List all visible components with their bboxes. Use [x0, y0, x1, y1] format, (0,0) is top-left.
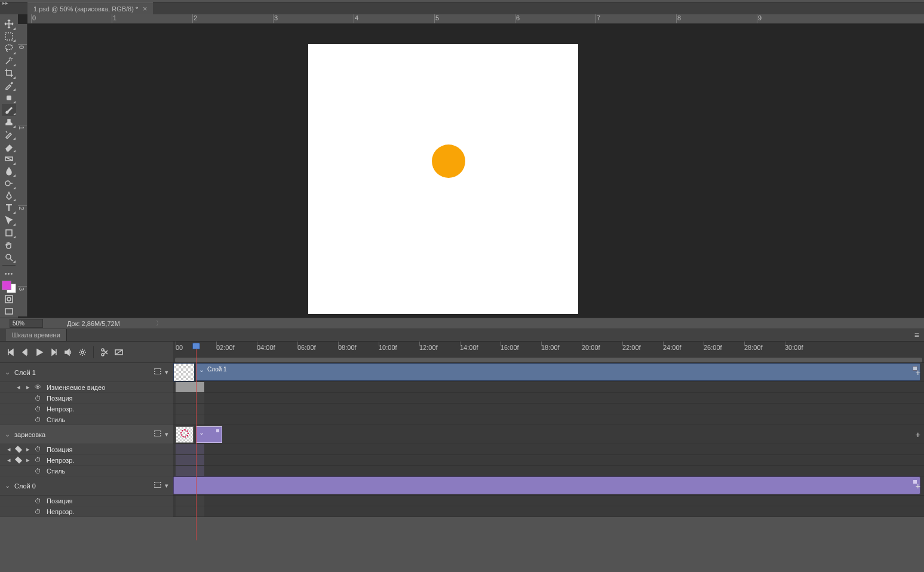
- split-button[interactable]: [99, 346, 110, 358]
- collapse-icon[interactable]: ⌄: [5, 430, 12, 438]
- sublane[interactable]: [173, 393, 924, 404]
- track-menu-icon[interactable]: ▾: [165, 368, 168, 376]
- settings-button[interactable]: [76, 346, 88, 358]
- sublane[interactable]: [173, 506, 924, 517]
- next-key-icon[interactable]: ▸: [25, 456, 31, 464]
- prev-key-icon[interactable]: ◂: [6, 456, 12, 464]
- crop-tool[interactable]: [2, 67, 16, 79]
- screenmode-tool[interactable]: [2, 305, 16, 318]
- clip-end-marker[interactable]: [216, 429, 220, 433]
- track-menu-icon[interactable]: ▾: [165, 430, 168, 438]
- track-menu-icon[interactable]: ▾: [165, 482, 168, 490]
- gradient-tool[interactable]: [2, 153, 16, 165]
- stopwatch-icon[interactable]: ⏱: [35, 497, 41, 505]
- prev-key-icon[interactable]: ◂: [16, 383, 22, 391]
- track-header-sketch[interactable]: ⌄ зарисовка ▾: [0, 425, 173, 444]
- expand-panels-icon[interactable]: ▸▸: [2, 0, 8, 6]
- heal-tool[interactable]: [2, 91, 16, 104]
- playhead-handle[interactable]: [192, 343, 200, 349]
- wand-tool[interactable]: [2, 55, 16, 67]
- collapse-icon[interactable]: ⌄: [5, 482, 12, 490]
- quickmask-tool[interactable]: [2, 293, 16, 306]
- add-key-icon[interactable]: [16, 445, 22, 453]
- canvas-viewport[interactable]: [27, 24, 924, 318]
- clip-thumb: [173, 363, 195, 382]
- color-swatches[interactable]: [2, 281, 16, 293]
- clip-lane-sketch[interactable]: ⌄ +: [173, 425, 924, 444]
- brush-tool[interactable]: [2, 104, 16, 116]
- sublane[interactable]: [173, 496, 924, 506]
- svg-point-1: [5, 45, 13, 50]
- prev-frame-button[interactable]: [19, 346, 31, 358]
- add-clip-button[interactable]: +: [916, 368, 920, 377]
- transition-button[interactable]: [113, 346, 125, 358]
- timeline-lanes[interactable]: 00 02:00f 04:00f 06:00f 08:00f 10:00f 12…: [173, 342, 924, 517]
- add-clip-button[interactable]: +: [916, 430, 920, 439]
- time-ruler[interactable]: 00 02:00f 04:00f 06:00f 08:00f 10:00f 12…: [173, 342, 924, 363]
- zoom-input[interactable]: [10, 319, 43, 328]
- lasso-tool[interactable]: [2, 42, 16, 55]
- prev-key-icon[interactable]: ◂: [6, 445, 12, 453]
- playhead[interactable]: [192, 343, 200, 540]
- stopwatch-icon[interactable]: ⏱: [35, 456, 41, 464]
- next-key-icon[interactable]: ▸: [25, 445, 31, 453]
- move-tool[interactable]: [2, 18, 16, 30]
- workarea-bar[interactable]: [175, 358, 922, 362]
- track-header-layer1[interactable]: ⌄ Слой 1 ▾: [0, 363, 173, 382]
- clip-lane-layer1[interactable]: ⌄ Слой 1 +: [173, 363, 924, 382]
- play-button[interactable]: [33, 346, 45, 358]
- filmstrip-icon[interactable]: [154, 368, 161, 374]
- sublane[interactable]: [173, 382, 924, 393]
- shape-tool[interactable]: [2, 226, 16, 239]
- blur-tool[interactable]: [2, 165, 16, 178]
- sublane[interactable]: [173, 455, 924, 466]
- marquee-tool[interactable]: [2, 30, 16, 43]
- sublane[interactable]: [173, 404, 924, 414]
- stopwatch-icon[interactable]: ⏱: [35, 395, 41, 402]
- stopwatch-icon[interactable]: ⏱: [35, 405, 41, 413]
- sublane[interactable]: [173, 444, 924, 455]
- collapse-icon[interactable]: ⌄: [5, 368, 12, 376]
- eraser-tool[interactable]: [2, 140, 16, 153]
- visibility-icon[interactable]: 👁: [35, 383, 41, 391]
- document-tab[interactable]: 1.psd @ 50% (зарисовка, RGB/8) * ×: [27, 2, 153, 14]
- timeline-panel-tab[interactable]: Шкала времени: [6, 329, 67, 341]
- pen-tool[interactable]: [2, 190, 16, 202]
- first-frame-button[interactable]: [5, 346, 17, 358]
- stopwatch-icon[interactable]: ⏱: [35, 468, 41, 475]
- track-name: Слой 0: [14, 482, 36, 490]
- clip-layer1[interactable]: ⌄ Слой 1: [196, 363, 920, 381]
- path-select-tool[interactable]: [2, 214, 16, 227]
- foreground-color-swatch[interactable]: [2, 281, 11, 290]
- add-key-icon[interactable]: [16, 456, 22, 464]
- edit-toolbar-icon[interactable]: •••: [2, 267, 16, 280]
- stamp-tool[interactable]: [2, 116, 16, 128]
- close-tab-icon[interactable]: ×: [143, 5, 147, 13]
- audio-button[interactable]: [62, 346, 74, 358]
- stopwatch-icon[interactable]: ⏱: [35, 445, 41, 453]
- filmstrip-icon[interactable]: [154, 482, 161, 488]
- type-tool[interactable]: [2, 202, 16, 214]
- add-clip-button[interactable]: +: [916, 481, 920, 491]
- eyedropper-tool[interactable]: [2, 79, 16, 92]
- stopwatch-icon[interactable]: ⏱: [35, 508, 41, 515]
- dodge-tool[interactable]: [2, 177, 16, 190]
- next-frame-button[interactable]: [48, 346, 60, 358]
- clip-lane-layer0[interactable]: +: [173, 476, 924, 496]
- document-info[interactable]: Док: 2,86M/5,72M: [67, 320, 120, 327]
- stopwatch-icon[interactable]: ⏱: [35, 416, 41, 423]
- history-brush-tool[interactable]: [2, 128, 16, 141]
- filmstrip-icon[interactable]: [154, 430, 161, 436]
- document-tab-label: 1.psd @ 50% (зарисовка, RGB/8) *: [33, 5, 138, 13]
- sublane[interactable]: [173, 414, 924, 425]
- horizontal-ruler[interactable]: 0 1 2 3 4 5 6 7 8 9: [27, 14, 924, 24]
- zoom-tool[interactable]: [2, 251, 16, 263]
- track-header-layer0[interactable]: ⌄ Слой 0 ▾: [0, 476, 173, 496]
- vertical-ruler[interactable]: 0 1 2 3: [18, 24, 27, 316]
- sublane[interactable]: [173, 466, 924, 476]
- hand-tool[interactable]: [2, 239, 16, 251]
- next-key-icon[interactable]: ▸: [25, 383, 31, 391]
- status-arrow-icon[interactable]: 〉: [156, 319, 162, 328]
- clip-layer0[interactable]: [173, 476, 920, 494]
- panel-menu-icon[interactable]: ≡: [914, 330, 919, 340]
